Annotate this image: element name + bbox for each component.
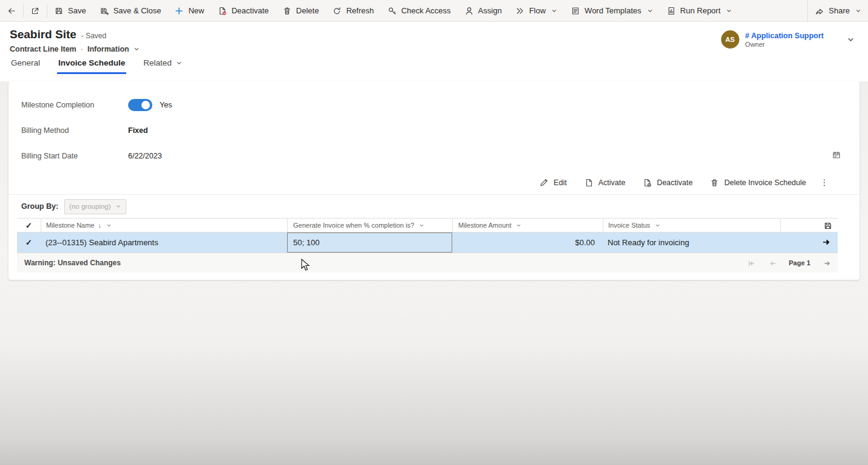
select-all-column[interactable]: ✓ — [17, 219, 41, 232]
deactivate-button[interactable]: Deactivate — [211, 0, 275, 22]
sort-descending-icon: ↓ — [98, 222, 101, 229]
column-header-milestone-name[interactable]: Milestone Name ↓ — [41, 219, 287, 232]
column-header-invoice-status[interactable]: Invoice Status — [603, 219, 780, 232]
chevron-down-icon[interactable] — [847, 36, 855, 44]
assign-label: Assign — [478, 6, 502, 15]
owner-name-link[interactable]: # Application Support — [745, 32, 824, 40]
tab-content: Milestone Completion Yes Billing Method … — [0, 81, 868, 465]
open-record-cell[interactable] — [780, 232, 838, 253]
more-commands-button[interactable] — [816, 175, 833, 190]
field-billing-method: Billing Method Fixed — [21, 118, 860, 143]
key-icon — [387, 6, 397, 16]
row-selected-checkbox[interactable]: ✓ — [17, 232, 41, 253]
entity-name: Contract Line Item — [10, 45, 76, 53]
owner-block[interactable]: AS # Application Support Owner — [721, 30, 855, 49]
check-access-label: Check Access — [401, 6, 451, 15]
save-close-button[interactable]: Save & Close — [93, 0, 168, 22]
check-access-button[interactable]: Check Access — [381, 0, 458, 22]
first-page-button[interactable] — [747, 259, 756, 268]
checkmark-icon: ✓ — [25, 221, 32, 230]
deactivate-label: Deactivate — [231, 6, 268, 15]
trash-icon — [710, 178, 719, 188]
grid-layout-column — [780, 219, 838, 232]
word-templates-button[interactable]: Word Templates — [564, 0, 659, 22]
word-templates-label: Word Templates — [585, 6, 641, 15]
word-templates-icon — [571, 6, 580, 16]
date-picker-button[interactable] — [832, 150, 841, 161]
back-icon — [7, 6, 16, 16]
chevron-down-icon — [551, 8, 557, 14]
milestone-amount-cell[interactable]: $0.00 — [452, 232, 603, 253]
column-header-milestone-amount[interactable]: Milestone Amount — [452, 219, 603, 232]
subgrid-toolbar: Edit Activate Deactivate Delete Invoice … — [8, 174, 860, 192]
checkmark-icon: ✓ — [25, 238, 32, 247]
refresh-icon — [332, 6, 342, 16]
record-header-left: Seabird Site - Saved Contract Line Item … — [10, 28, 140, 53]
field-billing-start-date: Billing Start Date 6/22/2023 — [21, 143, 860, 169]
column-header-generate-invoice[interactable]: Generate Invoice when % completion is? — [287, 219, 452, 232]
group-by-row: Group By: (no grouping) — [8, 195, 860, 218]
save-button[interactable]: Save — [47, 0, 93, 22]
tab-general[interactable]: General — [10, 58, 41, 74]
delete-button[interactable]: Delete — [276, 0, 326, 22]
share-icon — [815, 6, 824, 16]
flow-label: Flow — [529, 6, 546, 15]
fields-section: Milestone Completion Yes Billing Method … — [8, 81, 860, 170]
milestone-completion-label: Milestone Completion — [21, 101, 115, 109]
billing-method-label: Billing Method — [21, 126, 115, 135]
page-title: Seabird Site — [10, 28, 76, 41]
tab-related-label: Related — [143, 58, 172, 67]
group-by-select[interactable]: (no grouping) — [64, 199, 126, 214]
previous-page-button[interactable] — [768, 259, 777, 268]
plus-icon — [174, 6, 184, 16]
generate-invoice-edit-cell[interactable]: 50; 100 — [287, 232, 452, 253]
chevron-down-icon — [115, 203, 121, 209]
delete-invoice-schedule-button[interactable]: Delete Invoice Schedule — [702, 175, 813, 190]
popout-icon — [30, 6, 40, 16]
chevron-down-icon — [134, 46, 140, 52]
grid-status-bar: Warning: Unsaved Changes Page 1 — [17, 253, 838, 273]
page-deactivate-icon — [642, 178, 652, 188]
form-selector[interactable]: Information — [87, 45, 140, 53]
run-report-button[interactable]: Run Report — [660, 0, 739, 22]
table-row[interactable]: ✓ (23--01315) Seabird Apartments 50; 100… — [17, 232, 838, 253]
delete-invoice-schedule-label: Delete Invoice Schedule — [724, 178, 806, 187]
save-close-label: Save & Close — [114, 6, 161, 15]
chevron-down-icon — [726, 8, 732, 14]
tab-related[interactable]: Related — [142, 58, 183, 74]
unsaved-changes-warning: Warning: Unsaved Changes — [24, 259, 121, 267]
deactivate-invoice-button[interactable]: Deactivate — [635, 175, 700, 190]
refresh-label: Refresh — [346, 6, 374, 15]
milestone-name-value: (23--01315) Seabird Apartments — [46, 238, 158, 247]
form-selector-label: Information — [87, 45, 129, 53]
activate-button[interactable]: Activate — [577, 175, 632, 190]
activate-label: Activate — [598, 178, 625, 187]
flow-button[interactable]: Flow — [509, 0, 564, 22]
save-layout-icon — [823, 221, 832, 229]
back-button[interactable] — [0, 0, 23, 22]
billing-start-date-value[interactable]: 6/22/2023 — [128, 152, 162, 160]
assign-button[interactable]: Assign — [458, 0, 509, 22]
separator-dot: · — [81, 45, 83, 53]
save-layout-button[interactable] — [823, 221, 832, 229]
milestone-completion-toggle[interactable] — [128, 99, 152, 111]
refresh-button[interactable]: Refresh — [325, 0, 381, 22]
next-page-button[interactable] — [822, 259, 832, 268]
tab-invoice-schedule-label: Invoice Schedule — [58, 58, 125, 67]
generate-invoice-header-label: Generate Invoice when % completion is? — [293, 222, 414, 229]
invoice-status-cell[interactable]: Not Ready for invoicing — [603, 232, 780, 253]
milestone-name-cell[interactable]: (23--01315) Seabird Apartments — [41, 232, 287, 253]
new-button[interactable]: New — [168, 0, 211, 22]
share-button[interactable]: Share — [808, 0, 868, 22]
delete-label: Delete — [296, 6, 319, 15]
chevron-down-icon — [106, 223, 112, 228]
grid-header-row: ✓ Milestone Name ↓ Generate Invoice when… — [17, 218, 838, 232]
pencil-icon — [539, 178, 549, 188]
trash-icon — [282, 6, 292, 16]
command-bar-right: Share — [807, 0, 868, 22]
command-bar: Save Save & Close New Deactivate Delete … — [0, 0, 868, 22]
edit-button[interactable]: Edit — [532, 175, 574, 190]
popout-button[interactable] — [24, 0, 47, 22]
tab-invoice-schedule[interactable]: Invoice Schedule — [57, 58, 126, 74]
run-report-label: Run Report — [680, 6, 721, 15]
